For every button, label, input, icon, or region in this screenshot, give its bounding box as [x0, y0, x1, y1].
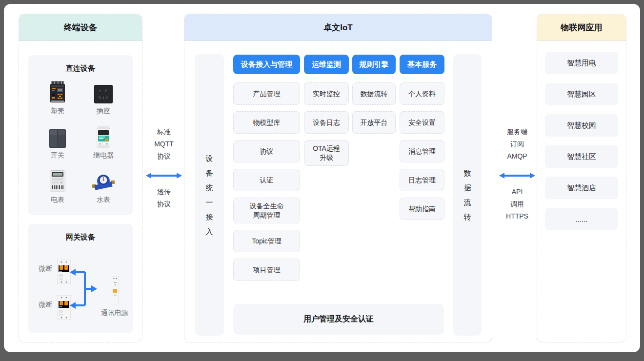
protocol-line: API: [498, 186, 537, 198]
data-flow-rail: 数据流转: [453, 54, 482, 336]
app-smart-electricity: 智慧用电: [545, 52, 618, 74]
module-protocol: 协议: [233, 140, 300, 162]
module-realtime-monitoring: 实时监控: [304, 82, 349, 105]
device-label: 开关: [51, 151, 64, 160]
direct-devices-title: 直连设备: [28, 55, 133, 73]
module-thing-model-library: 物模型库: [233, 111, 300, 134]
direct-devices-group: 直连设备: [28, 55, 133, 215]
app-smart-hotel: 智慧酒店: [545, 177, 618, 199]
user-management-security-auth-bar: 用户管理及安全认证: [233, 304, 444, 335]
module-help-guide: 帮助指南: [400, 198, 444, 220]
iot-platform-panel: 卓文IoT 设备统一接入 数据流转 设备接入与管理 运维监测 规则引擎 基本服务…: [184, 14, 492, 342]
protocol-line: 协议: [144, 150, 183, 162]
module-topic-management: Topic管理: [233, 230, 300, 252]
left-connector: 标准 MQTT 协议 透传 协议: [144, 126, 183, 210]
device-label: 电表: [51, 196, 64, 204]
socket-icon: [94, 80, 113, 103]
protocol-line: AMQP: [498, 150, 537, 162]
diagram-page: 终端设备 直连设备: [4, 4, 640, 352]
protocol-line: 服务端: [498, 126, 537, 138]
water-meter-icon: [92, 169, 115, 192]
iot-platform-header: 卓文IoT: [184, 14, 492, 41]
device-unified-access-rail: 设备统一接入: [195, 54, 224, 336]
protocol-line: 订阅: [498, 138, 537, 150]
breaker-label: 微断: [33, 301, 52, 309]
app-smart-community: 智慧社区: [545, 145, 618, 168]
device-label: 继电器: [93, 151, 114, 160]
device-water-meter: 水表: [92, 169, 115, 204]
module-personal-profile: 个人资料: [400, 82, 444, 105]
molded-case-breaker-icon: [50, 80, 65, 103]
module-message-management: 消息管理: [400, 140, 444, 162]
device-socket: 插座: [94, 80, 113, 116]
device-molded-case: 塑壳: [50, 80, 65, 116]
tab-rule-engine: 规则引擎: [352, 55, 396, 74]
rail-label: 设备统一接入: [205, 151, 213, 239]
app-more-ellipsis: ......: [545, 208, 618, 230]
right-connector: 服务端 订阅 AMQP API 调用 HTTPS: [498, 126, 537, 222]
iot-applications-header: 物联网应用: [537, 14, 626, 41]
module-project-management: 项目管理: [233, 259, 300, 281]
bidirectional-arrow-icon: [145, 172, 182, 179]
module-open-platform: 开放平台: [352, 111, 396, 134]
tab-ops-monitoring: 运维监测: [304, 55, 349, 74]
app-smart-park: 智慧园区: [545, 83, 618, 105]
gateway-devices-group: 网关设备: [28, 224, 133, 333]
module-log-management: 日志管理: [400, 169, 444, 191]
module-product-management: 产品管理: [233, 82, 300, 105]
protocol-line: 调用: [498, 198, 537, 210]
rail-label: 数据流转: [463, 166, 471, 224]
breaker-label: 微断: [33, 264, 52, 273]
module-device-logs: 设备日志: [304, 111, 349, 134]
module-authentication: 认证: [233, 169, 300, 191]
protocol-line: 透传: [144, 186, 183, 198]
device-grid: 塑壳 插座: [28, 73, 133, 204]
module-security-settings: 安全设置: [400, 111, 444, 134]
module-device-lifecycle-management: 设备全生命 周期管理: [233, 198, 300, 223]
protocol-line: MQTT: [144, 138, 183, 150]
module-data-flow: 数据流转: [352, 82, 396, 105]
app-smart-campus: 智慧校园: [545, 114, 618, 137]
protocol-line: HTTPS: [498, 210, 537, 222]
device-label: 插座: [97, 107, 110, 116]
tab-basic-services: 基本服务: [400, 55, 444, 74]
relay-icon: [97, 124, 110, 148]
terminal-devices-panel: 终端设备 直连设备: [19, 14, 142, 342]
device-label: 水表: [97, 196, 110, 204]
protocol-line: 标准: [144, 126, 183, 138]
device-electric-meter: 电表: [50, 169, 65, 204]
device-label: 塑壳: [51, 107, 64, 116]
module-ota-remote-upgrade: OTA远程 升级: [304, 140, 349, 166]
device-relay: 继电器: [93, 124, 114, 160]
terminal-devices-header: 终端设备: [19, 14, 142, 41]
iot-applications-panel: 物联网应用 智慧用电 智慧园区 智慧校园 智慧社区 智慧酒店 ......: [537, 14, 626, 342]
electric-meter-icon: [50, 169, 65, 192]
power-supply-label: 通讯电源: [98, 309, 131, 318]
protocol-line: 协议: [144, 198, 183, 210]
tab-device-access-management: 设备接入与管理: [233, 55, 300, 74]
wall-switch-icon: [49, 124, 66, 148]
device-switch: 开关: [49, 124, 66, 160]
bidirectional-arrow-icon: [499, 172, 536, 179]
